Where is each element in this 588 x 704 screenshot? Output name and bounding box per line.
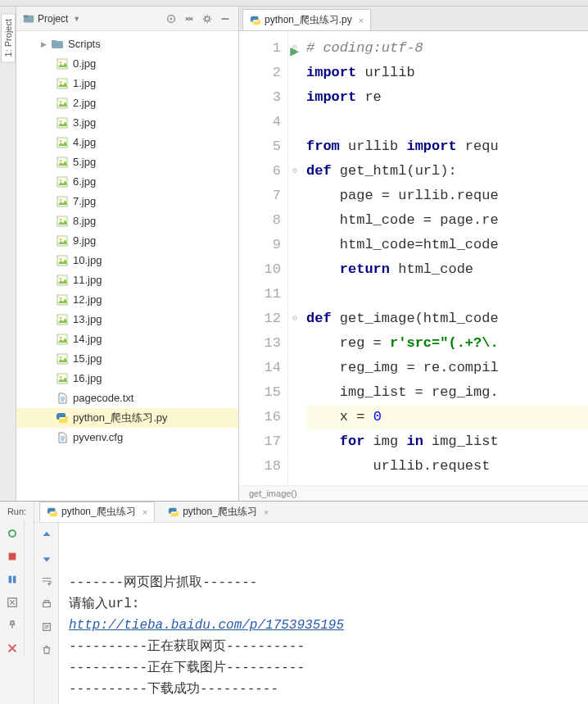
svg-point-4 bbox=[205, 16, 209, 20]
svg-rect-43 bbox=[8, 576, 11, 584]
tree-item-pyvenv.cfg[interactable]: pyvenv.cfg bbox=[16, 428, 238, 447]
breadcrumb[interactable]: get_image() bbox=[239, 485, 588, 501]
pin-icon[interactable] bbox=[5, 618, 20, 633]
tree-item-9.jpg[interactable]: 9.jpg bbox=[16, 231, 238, 251]
tree-item-15.jpg[interactable]: 15.jpg bbox=[16, 349, 238, 369]
up-arrow-icon[interactable] bbox=[39, 528, 54, 543]
svg-rect-1 bbox=[24, 15, 28, 17]
file-tree[interactable]: ▶ Scripts 0.jpg1.jpg2.jpg3.jpg4.jpg5.jpg… bbox=[16, 31, 238, 501]
run-panel: Run: python_爬虫练习×python_爬虫练习× -------网 bbox=[0, 501, 588, 704]
svg-point-19 bbox=[60, 160, 62, 162]
svg-rect-46 bbox=[43, 602, 50, 606]
project-icon bbox=[23, 13, 34, 25]
run-body: python_爬虫练习×python_爬虫练习× -------网页图片抓取--… bbox=[34, 502, 588, 704]
top-strip bbox=[0, 0, 588, 7]
chevron-right-icon: ▶ bbox=[41, 37, 49, 52]
hide-icon[interactable] bbox=[219, 12, 232, 25]
svg-point-33 bbox=[60, 297, 62, 300]
svg-point-11 bbox=[60, 81, 62, 84]
run-content: -------网页图片抓取-------请输入url:http://tieba.… bbox=[34, 523, 588, 704]
tree-item-7.jpg[interactable]: 7.jpg bbox=[16, 192, 238, 211]
gear-icon[interactable] bbox=[201, 12, 214, 25]
wrap-icon[interactable] bbox=[39, 574, 54, 588]
run-tabs: python_爬虫练习×python_爬虫练习× bbox=[34, 502, 588, 523]
console-link[interactable]: http://tieba.baidu.com/p/1753935195 bbox=[69, 618, 344, 633]
tree-item-0.jpg[interactable]: 0.jpg bbox=[16, 54, 238, 74]
exit-icon[interactable] bbox=[5, 595, 20, 610]
tree-item-14.jpg[interactable]: 14.jpg bbox=[16, 329, 238, 349]
svg-point-35 bbox=[60, 317, 62, 320]
run-tab[interactable]: python_爬虫练习× bbox=[161, 502, 275, 522]
editor-tab[interactable]: python_爬虫练习.py × bbox=[242, 9, 371, 30]
run-gutter-icon[interactable]: ▶ bbox=[290, 39, 299, 64]
fold-column[interactable]: ⊖⊖⊖ bbox=[288, 31, 301, 485]
rerun-icon[interactable] bbox=[5, 526, 20, 541]
locate-icon[interactable] bbox=[165, 12, 178, 25]
sidebar-tab-project[interactable]: 1: Project bbox=[1, 13, 16, 62]
run-label: Run: bbox=[0, 502, 34, 521]
svg-point-21 bbox=[60, 179, 62, 182]
code-content[interactable]: # coding:utf-8import urllibimport refrom… bbox=[301, 31, 588, 485]
python-icon bbox=[250, 15, 261, 26]
svg-point-29 bbox=[60, 258, 62, 261]
collapse-icon[interactable] bbox=[183, 12, 196, 25]
editor-area: python_爬虫练习.py × 1▶234567891011121314151… bbox=[239, 7, 588, 501]
svg-point-3 bbox=[170, 17, 173, 20]
tree-item-python_爬虫练习.py[interactable]: python_爬虫练习.py bbox=[16, 408, 238, 428]
svg-point-9 bbox=[60, 61, 62, 64]
svg-point-27 bbox=[60, 238, 62, 241]
tree-item-3.jpg[interactable]: 3.jpg bbox=[16, 113, 238, 133]
svg-point-25 bbox=[60, 219, 62, 221]
project-header: Project ▼ bbox=[16, 7, 238, 31]
down-arrow-icon[interactable] bbox=[39, 551, 54, 565]
project-panel: Project ▼ ▶ Scripts 0.jpg1.jpg2.jpg3.jpg… bbox=[16, 7, 239, 501]
svg-point-13 bbox=[60, 101, 62, 103]
svg-rect-5 bbox=[222, 18, 229, 20]
svg-rect-47 bbox=[44, 601, 48, 603]
tree-item-2.jpg[interactable]: 2.jpg bbox=[16, 93, 238, 113]
breadcrumb-text: get_image() bbox=[249, 488, 297, 498]
stop-icon[interactable] bbox=[5, 549, 20, 564]
chevron-down-icon: ▼ bbox=[73, 15, 80, 23]
gutter[interactable]: 1▶23456789101112131415161718 bbox=[239, 31, 288, 485]
trash-icon[interactable] bbox=[39, 643, 54, 657]
svg-point-23 bbox=[60, 199, 62, 202]
project-title[interactable]: Project ▼ bbox=[23, 13, 80, 25]
scroll-icon[interactable] bbox=[39, 620, 54, 634]
code-area[interactable]: 1▶23456789101112131415161718 ⊖⊖⊖ # codin… bbox=[239, 31, 588, 485]
tree-item-10.jpg[interactable]: 10.jpg bbox=[16, 251, 238, 270]
tree-item-11.jpg[interactable]: 11.jpg bbox=[16, 270, 238, 290]
run-label-column: Run: bbox=[0, 502, 34, 704]
run-toolbar-inner bbox=[34, 523, 59, 704]
svg-rect-7 bbox=[52, 40, 57, 43]
close-run-icon[interactable] bbox=[5, 641, 20, 656]
print-icon[interactable] bbox=[39, 597, 54, 611]
tree-item-8.jpg[interactable]: 8.jpg bbox=[16, 211, 238, 231]
run-toolbar-left bbox=[0, 521, 25, 656]
tree-item-13.jpg[interactable]: 13.jpg bbox=[16, 310, 238, 329]
svg-point-37 bbox=[60, 337, 62, 339]
tree-item-6.jpg[interactable]: 6.jpg bbox=[16, 172, 238, 192]
tree-item-16.jpg[interactable]: 16.jpg bbox=[16, 369, 238, 388]
tree-item-1.jpg[interactable]: 1.jpg bbox=[16, 74, 238, 93]
tab-label: python_爬虫练习.py bbox=[265, 13, 352, 27]
run-tab[interactable]: python_爬虫练习× bbox=[39, 502, 155, 522]
sidebar-tab-label: 1: Project bbox=[3, 19, 13, 57]
tree-item-12.jpg[interactable]: 12.jpg bbox=[16, 290, 238, 310]
console[interactable]: -------网页图片抓取-------请输入url:http://tieba.… bbox=[59, 523, 588, 704]
folder-icon bbox=[51, 38, 64, 51]
tree-folder-scripts[interactable]: ▶ Scripts bbox=[16, 34, 238, 54]
left-sidebar: 1: Project bbox=[0, 7, 16, 501]
tree-item-4.jpg[interactable]: 4.jpg bbox=[16, 133, 238, 152]
main-area: 1: Project Project ▼ ▶ Scripts 0.jpg1.j bbox=[0, 7, 588, 501]
tree-item-pagecode.txt[interactable]: pagecode.txt bbox=[16, 388, 238, 408]
project-title-text: Project bbox=[38, 13, 68, 25]
close-icon[interactable]: × bbox=[359, 16, 364, 25]
svg-rect-44 bbox=[12, 576, 16, 584]
editor-tabs: python_爬虫练习.py × bbox=[239, 7, 588, 31]
svg-point-31 bbox=[60, 278, 62, 280]
tree-item-5.jpg[interactable]: 5.jpg bbox=[16, 152, 238, 172]
svg-rect-42 bbox=[8, 553, 16, 561]
svg-point-15 bbox=[60, 120, 62, 123]
pause-icon[interactable] bbox=[5, 572, 20, 587]
